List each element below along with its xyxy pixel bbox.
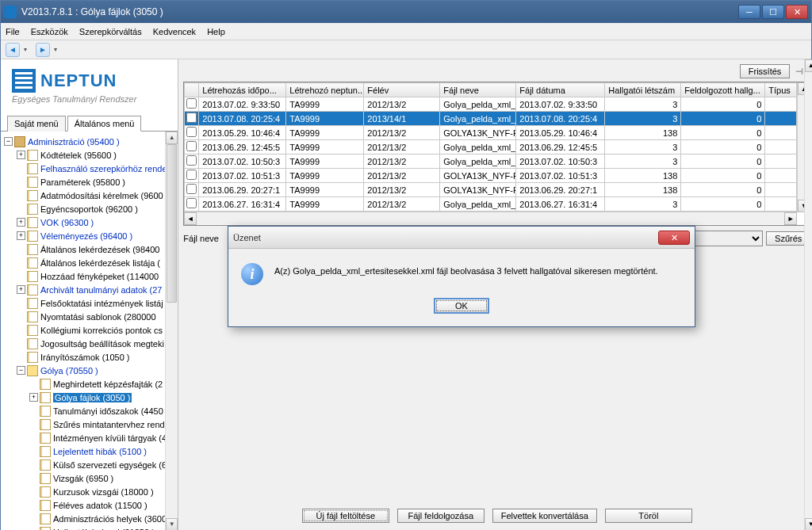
cell: GOLYA13K_NYF-PH	[440, 169, 516, 183]
nav-tree[interactable]: − Adminisztráció (95400 ) +Kódtételek (9…	[1, 132, 178, 530]
tree-scrollbar[interactable]: ▲ ▼	[165, 132, 178, 530]
tree-item[interactable]: Általános lekérdezések (98400	[40, 245, 159, 254]
tree-item[interactable]: Szűrés mintatantervhez rendelé	[53, 420, 176, 429]
cell: 2013.07.02. 10:51:3	[199, 169, 286, 183]
scroll-up-icon[interactable]: ▲	[166, 132, 178, 144]
menu-roleswitch[interactable]: Szerepkörváltás	[79, 27, 142, 36]
tree-root[interactable]: Adminisztráció (95400 )	[28, 137, 120, 147]
tree-item[interactable]: Adatmódosítási kérelmek (9600	[40, 191, 163, 200]
tree-item[interactable]: Nyomtatási sablonok (280000	[40, 312, 156, 322]
col-filename[interactable]: Fájl neve	[440, 83, 516, 97]
data-grid[interactable]: Létrehozás időpo... Létrehozó neptun... …	[183, 82, 810, 226]
tree-golya[interactable]: Gólya (70550 )	[40, 366, 98, 376]
tree-item[interactable]: Lejelentett hibák (5100 )	[53, 447, 147, 456]
menu-tools[interactable]: Eszközök	[31, 27, 68, 36]
col-created[interactable]: Létrehozás időpo...	[199, 83, 286, 97]
tree-expander[interactable]: −	[4, 137, 13, 146]
tree-expander[interactable]: +	[17, 151, 25, 159]
row-checkbox[interactable]	[186, 141, 197, 151]
table-row[interactable]: 2013.06.27. 16:31:4TA99992012/13/2Golya_…	[185, 197, 797, 212]
panel-scrollbar[interactable]: ▲ ▼	[804, 59, 812, 530]
scroll-right-icon[interactable]: ►	[784, 212, 797, 225]
table-row[interactable]: 2013.05.29. 10:46:4TA99992012/13/2GOLYA1…	[185, 126, 797, 140]
tree-item[interactable]: Gólya fájlok (3050 )	[53, 393, 132, 402]
tree-item[interactable]: Paraméterek (95800 )	[40, 177, 125, 187]
row-checkbox[interactable]	[186, 184, 197, 194]
tree-item[interactable]: Adminisztrációs helyek (3600 )	[53, 514, 172, 524]
tree-item[interactable]: Tanulmányi időszakok (4450 )	[53, 406, 169, 416]
tree-item[interactable]: Felsőoktatási intézmények listáj	[40, 299, 163, 308]
nav-back-button[interactable]: ◄	[6, 43, 20, 57]
cell: 2013.05.29. 10:46:4	[516, 126, 605, 140]
row-checkbox[interactable]	[186, 98, 197, 109]
tree-expander[interactable]: +	[17, 285, 25, 294]
row-checkbox[interactable]	[186, 170, 197, 180]
tree-item[interactable]: Egyéncsoportok (96200 )	[40, 204, 138, 214]
tree-expander[interactable]: −	[17, 366, 25, 375]
cell: 2012/13/2	[364, 169, 440, 183]
close-button[interactable]: ✕	[786, 5, 808, 19]
table-row[interactable]: 2013.07.08. 20:25:4TA99992013/14/1Golya_…	[185, 112, 797, 126]
tree-item[interactable]: Általános lekérdezések listája (	[40, 258, 160, 268]
scroll-left-icon[interactable]: ◄	[184, 212, 197, 225]
tab-general-menu[interactable]: Általános menü	[67, 116, 142, 132]
table-row[interactable]: 2013.07.02. 9:33:50TA99992012/13/2Golya_…	[185, 97, 797, 112]
col-semester[interactable]: Félév	[364, 83, 440, 97]
tree-item[interactable]: Irányítószámok (1050 )	[40, 353, 130, 362]
delete-button[interactable]: Töröl	[605, 509, 692, 523]
col-creator[interactable]: Létrehozó neptun...	[286, 83, 364, 97]
scroll-down-icon[interactable]: ▼	[805, 518, 812, 530]
grid-hscroll[interactable]: ◄ ►	[184, 212, 797, 224]
tree-expander[interactable]: +	[17, 218, 25, 227]
row-checkbox[interactable]	[186, 112, 197, 123]
row-checkbox[interactable]	[186, 198, 197, 208]
tree-item[interactable]: Meghirdetett képzésfajták (2	[53, 379, 163, 389]
tree-expander[interactable]: +	[29, 393, 38, 402]
dialog-ok-button[interactable]: OK	[434, 298, 489, 314]
tree-item[interactable]: Felhasználó szerepkörhöz rende	[40, 164, 167, 173]
menu-file[interactable]: File	[6, 27, 20, 36]
process-button[interactable]: Fájl feldolgozása	[397, 509, 485, 523]
tree-item[interactable]: Kódtételek (95600 )	[40, 151, 117, 160]
table-row[interactable]: 2013.06.29. 12:45:5TA99992012/13/2Golya_…	[185, 140, 797, 154]
table-row[interactable]: 2013.06.29. 20:27:1TA99992012/13/2GOLYA1…	[185, 183, 797, 197]
nav-back-dropdown[interactable]: ▾	[21, 43, 29, 57]
scroll-up-icon[interactable]: ▲	[805, 59, 812, 72]
table-row[interactable]: 2013.07.02. 10:51:3TA99992012/13/2GOLYA1…	[185, 169, 797, 183]
tree-item[interactable]: Jogosultság beállítások megteki	[40, 339, 164, 349]
minimize-button[interactable]: ─	[738, 5, 760, 19]
col-processed[interactable]: Feldolgozott hallg...	[681, 83, 765, 97]
tree-item[interactable]: Külső szervezeti egységek (685	[53, 460, 176, 470]
refresh-button[interactable]: Frissítés	[740, 64, 791, 78]
scroll-down-icon[interactable]: ▼	[166, 518, 178, 530]
tree-item[interactable]: Kollégiumi korrekciós pontok cs	[40, 326, 163, 335]
tree-item[interactable]: Féléves adatok (11500 )	[53, 501, 147, 510]
tree-item[interactable]: Hallgatók indexei (21250 )	[53, 528, 155, 531]
menu-help[interactable]: Help	[207, 27, 225, 36]
tree-item[interactable]: Intézményen kívüli tárgyak (495	[53, 433, 176, 443]
tree-item[interactable]: Vizsgák (6950 )	[53, 474, 113, 483]
nav-forward-button[interactable]: ►	[36, 43, 50, 57]
row-checkbox[interactable]	[186, 127, 197, 137]
tree-item[interactable]: Véleményezés (96400 )	[40, 231, 132, 241]
tree-item[interactable]: Hozzáad fényképeket (114000	[40, 272, 159, 281]
convert-button[interactable]: Felvettek konvertálása	[492, 509, 597, 523]
table-row[interactable]: 2013.07.02. 10:50:3TA99992012/13/2Golya_…	[185, 154, 797, 169]
tree-item[interactable]: Kurzusok vizsgái (18000 )	[53, 487, 154, 497]
tree-item[interactable]: VOK (96300 )	[40, 218, 94, 227]
dialog-close-button[interactable]: ✕	[658, 231, 690, 245]
menu-favorites[interactable]: Kedvencek	[153, 27, 196, 36]
cell: 2012/13/2	[364, 197, 440, 212]
col-filedate[interactable]: Fájl dátuma	[516, 83, 605, 97]
scroll-thumb[interactable]	[167, 144, 177, 303]
left-panel: NEPTUN Egységes Tanulmányi Rendszer Sajá…	[1, 59, 178, 530]
tree-expander[interactable]: +	[17, 231, 25, 240]
tree-item[interactable]: Archivált tanulmányi adatok (27	[40, 285, 162, 295]
nav-forward-dropdown[interactable]: ▾	[52, 43, 59, 57]
upload-button[interactable]: Új fájl feltöltése	[302, 509, 389, 523]
maximize-button[interactable]: ☐	[762, 5, 784, 19]
col-type[interactable]: Típus	[765, 83, 797, 97]
tab-own-menu[interactable]: Saját menü	[7, 116, 66, 132]
col-studentcount[interactable]: Hallgatói létszám	[605, 83, 681, 97]
row-checkbox[interactable]	[186, 155, 197, 166]
